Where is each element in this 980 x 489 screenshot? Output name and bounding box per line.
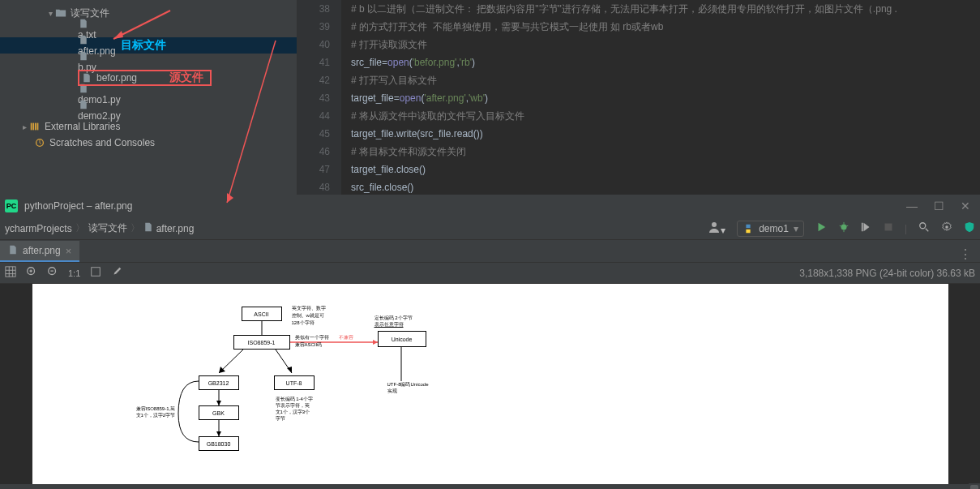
editor-code[interactable]: # b 以二进制（二进制文件： 把数据内容用"字节"进行存储，无法用记事本打开，… [341,0,980,195]
run-button[interactable] [815,221,827,235]
breadcrumb-item[interactable]: ycharmProjects [5,223,72,234]
svg-rect-13 [862,223,863,232]
image-content: ASCII ISO8859-1 Unicode GB2312 UTF-8 GBK… [32,284,948,484]
svg-line-16 [926,229,929,232]
image-viewer[interactable]: ASCII ISO8859-1 Unicode GB2312 UTF-8 GBK… [0,284,980,484]
tab-after-png[interactable]: after.png × [0,241,79,262]
pycharm-icon: PC [5,199,18,212]
python-icon [742,223,754,234]
image-info: 3,188x1,338 PNG (24-bit color) 36.63 kB [799,268,975,279]
tab-options[interactable]: ⋮ [959,247,980,262]
svg-marker-39 [216,431,221,436]
svg-rect-18 [6,267,15,277]
run-configuration[interactable]: demo1 ▾ [737,221,804,237]
settings-icon[interactable] [941,221,952,235]
chevron-right-icon: ▸ [23,122,27,131]
svg-rect-14 [884,224,892,231]
maximize-button[interactable]: ☐ [934,199,944,212]
close-tab-icon[interactable]: × [66,245,72,257]
libraries-icon [29,121,41,132]
file-icon [78,18,89,29]
scratches-label: Scratches and Consoles [49,137,155,148]
tree-folder[interactable]: ▾ 读写文件 [0,5,297,21]
file-icon [78,34,89,45]
tree-file-after.png[interactable]: after.png目标文件 [0,37,297,54]
window-titlebar: PC pythonProject – after.png — ☐ ✕ [0,195,980,217]
svg-point-8 [841,225,846,230]
minimize-button[interactable]: — [906,199,918,212]
editor-tabs: after.png × ⋮ [0,240,980,263]
tree-scratches[interactable]: Scratches and Consoles [0,135,297,151]
svg-rect-1 [32,123,34,131]
folder-icon [55,7,66,19]
tree-external-libs[interactable]: ▸ External Libraries [0,118,297,135]
shield-icon[interactable] [964,221,975,235]
zoom-actual-icon[interactable]: 1:1 [68,268,80,278]
svg-rect-2 [35,123,36,131]
svg-marker-37 [216,401,221,405]
external-libs-label: External Libraries [45,121,120,132]
tree-file-demo2.py[interactable]: demo2.py [0,102,297,118]
debug-button[interactable] [838,221,849,235]
chevron-right-icon: 〉 [131,221,140,235]
svg-rect-0 [31,123,32,131]
chevron-down-icon: ▾ [49,9,53,18]
search-icon[interactable] [918,221,930,235]
tree-file-demo1.py[interactable]: demo1.py [0,86,297,102]
coverage-button[interactable] [861,221,872,235]
file-icon [78,50,89,62]
editor-gutter: 3839404142434445464748 [297,0,341,195]
window-title: pythonProject – after.png [24,200,132,212]
image-toolbar: 1:1 3,188x1,338 PNG (24-bit color) 36.63… [0,263,980,284]
tree-file-b.py[interactable]: b.py [0,54,297,70]
tab-label: after.png [23,245,61,256]
stop-button [884,222,893,234]
user-icon[interactable]: ▾ [708,221,725,236]
zoom-out-icon[interactable] [47,266,58,280]
svg-rect-28 [92,268,101,277]
tree-file-a.txt[interactable]: a.txt [0,21,297,37]
svg-point-17 [945,225,948,229]
vertical-scrollbar[interactable] [969,483,980,489]
grid-icon[interactable] [5,266,16,280]
navigation-bar: ycharmProjects 〉 读写文件 〉 after.png ▾ demo… [0,217,980,240]
breadcrumb[interactable]: ycharmProjects 〉 读写文件 〉 after.png [5,221,194,235]
fit-icon[interactable] [90,266,101,280]
project-tree[interactable]: ▾ 读写文件 a.txtafter.png目标文件b.pybefor.png源文… [0,0,297,195]
chevron-right-icon: 〉 [75,221,85,235]
file-icon [143,222,153,234]
annotation-label: 目标文件 [121,38,166,53]
chevron-down-icon: ▾ [794,223,798,234]
annotation-label: 源文件 [169,71,203,85]
color-picker-icon[interactable] [111,266,122,280]
svg-point-7 [712,222,717,227]
tree-file-befor.png[interactable]: befor.png源文件 [0,70,297,86]
zoom-in-icon[interactable] [26,266,37,280]
scratches-icon [34,137,45,148]
file-icon [8,245,18,257]
code-editor[interactable]: 3839404142434445464748 # b 以二进制（二进制文件： 把… [297,0,980,195]
breadcrumb-item[interactable]: after.png [156,223,195,234]
file-icon [78,99,89,110]
file-icon [81,72,92,84]
svg-marker-31 [373,340,378,345]
svg-rect-3 [37,123,39,131]
close-button[interactable]: ✕ [961,199,970,212]
breadcrumb-item[interactable]: 读写文件 [88,221,127,235]
svg-point-15 [920,223,926,229]
